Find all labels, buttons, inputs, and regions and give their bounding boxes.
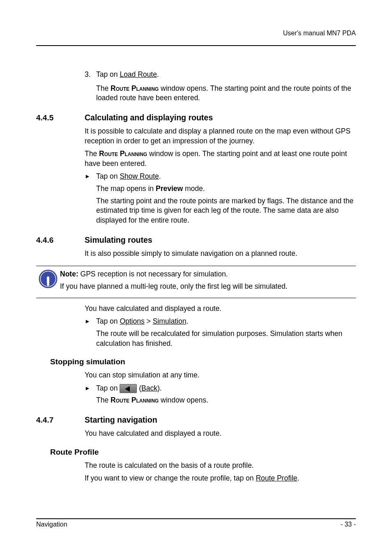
note-icon-wrap — [36, 269, 60, 288]
section-heading-446: 4.4.6 Simulating routes — [36, 235, 356, 245]
paragraph: It is possible to calculate and display … — [85, 126, 356, 146]
link-simulation[interactable]: Simulation — [153, 317, 187, 325]
footer-page-number: - 33 - — [341, 521, 356, 528]
text-fragment: > — [145, 317, 153, 325]
svg-rect-2 — [47, 276, 49, 284]
text-fragment: . — [186, 317, 188, 325]
paragraph: The starting point and the route points … — [96, 196, 356, 225]
text-fragment: The map opens in — [96, 184, 156, 193]
bullet-item: ► Tap on Options > Simulation. — [85, 317, 356, 327]
bullet-item: ► Tap on Show Route. — [85, 172, 356, 182]
paragraph: You have calculated and displayed a rout… — [85, 429, 356, 439]
text-fragment: ( — [137, 384, 141, 392]
text-fragment: GPS reception is not necessary for simul… — [78, 270, 228, 278]
text-fragment: ). — [157, 384, 162, 392]
note-box: Note: GPS reception is not necessary for… — [36, 266, 356, 298]
section-heading-447: 4.4.7 Starting navigation — [36, 415, 356, 425]
text-fragment: . — [159, 172, 161, 180]
bullet-text: Tap on Options > Simulation. — [96, 317, 356, 327]
text-fragment: The — [96, 84, 111, 92]
bullet-text: Tap on (Back). — [96, 384, 356, 393]
step-text: Tap on Load Route. — [96, 70, 356, 80]
paragraph: The Route Planning window is open. The s… — [85, 149, 356, 168]
bullet-item: ► Tap on (Back). — [85, 384, 356, 393]
text-fragment: Tap on — [96, 317, 120, 325]
section-title: Simulating routes — [85, 235, 152, 245]
text-fragment: The — [85, 150, 99, 158]
step-number: 3. — [85, 70, 96, 80]
section-number: 4.4.6 — [36, 236, 85, 245]
bullet-triangle-icon: ► — [85, 384, 96, 393]
text-fragment: Tap on — [96, 384, 120, 392]
back-button-icon[interactable] — [120, 384, 137, 393]
section-number: 4.4.5 — [36, 113, 85, 122]
bullet-triangle-icon: ► — [85, 317, 96, 327]
paragraph: The map opens in Preview mode. — [96, 184, 356, 194]
paragraph: The route will be recalculated for simul… — [96, 329, 356, 348]
section-title: Calculating and displaying routes — [85, 113, 213, 122]
text-fragment: . — [157, 70, 159, 78]
note-label: Note: — [60, 270, 78, 278]
text-fragment: If you want to view or change the route … — [85, 474, 256, 482]
link-load-route[interactable]: Load Route — [120, 70, 157, 78]
text-fragment: . — [297, 474, 300, 482]
text-fragment: Tap on — [96, 172, 120, 180]
page-header: User's manual MN7 PDA — [36, 30, 356, 46]
subsection-heading-stopping: Stopping simulation — [50, 357, 356, 366]
text-fragment: window opens. — [159, 396, 208, 404]
window-name: Route Planning — [111, 84, 159, 92]
running-head: User's manual MN7 PDA — [283, 30, 356, 37]
page-root: User's manual MN7 PDA 3. Tap on Load Rou… — [0, 0, 392, 552]
paragraph: The Route Planning window opens. The sta… — [96, 84, 356, 103]
link-options[interactable]: Options — [120, 317, 144, 325]
window-name: Route Planning — [99, 150, 147, 158]
paragraph: It is also possible simply to simulate n… — [85, 249, 356, 259]
text-fragment: If you have planned a multi-leg route, o… — [60, 281, 356, 292]
info-icon — [39, 269, 58, 288]
section-title: Starting navigation — [85, 415, 157, 425]
link-route-profile[interactable]: Route Profile — [256, 474, 297, 482]
header-rule — [36, 45, 356, 46]
section-number: 4.4.7 — [36, 416, 85, 425]
section-heading-445: 4.4.5 Calculating and displaying routes — [36, 113, 356, 122]
paragraph: The Route Planning window opens. — [96, 396, 356, 405]
note-text: Note: GPS reception is not necessary for… — [60, 269, 356, 294]
text-fragment: Tap on — [96, 70, 120, 78]
paragraph: You can stop simulation at any time. — [85, 370, 356, 380]
footer-left: Navigation — [36, 521, 67, 528]
bullet-text: Tap on Show Route. — [96, 172, 356, 182]
page-footer: Navigation - 33 - — [36, 518, 356, 528]
ordered-step-3: 3. Tap on Load Route. — [85, 70, 356, 80]
subsection-heading-route-profile: Route Profile — [50, 448, 356, 457]
content: 3. Tap on Load Route. The Route Planning… — [36, 46, 356, 483]
link-back[interactable]: Back — [141, 384, 157, 392]
text-fragment: mode. — [183, 184, 205, 193]
svg-point-3 — [47, 283, 49, 286]
text-fragment: The — [96, 396, 111, 404]
link-show-route[interactable]: Show Route — [120, 172, 159, 180]
window-name: Route Planning — [111, 396, 159, 404]
paragraph: The route is calculated on the basis of … — [85, 461, 356, 471]
bullet-triangle-icon: ► — [85, 172, 96, 182]
paragraph: You have calculated and displayed a rout… — [85, 304, 356, 314]
mode-name: Preview — [156, 184, 183, 193]
paragraph: If you want to view or change the route … — [85, 474, 356, 483]
